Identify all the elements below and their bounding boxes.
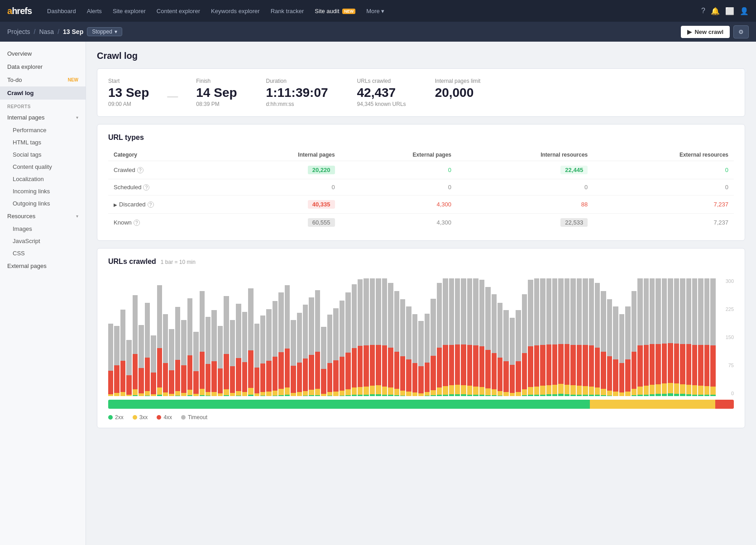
display-icon[interactable]: ⬜ [725,7,734,15]
nav-site-explorer[interactable]: Site explorer [108,6,150,16]
chart-bar-group[interactable] [595,278,600,396]
chart-bar-group[interactable] [291,278,296,396]
chart-bar-group[interactable] [400,278,405,396]
chart-bar-group[interactable] [352,278,357,396]
chart-bar-group[interactable] [376,278,381,396]
chart-bar-group[interactable] [193,278,198,396]
chart-bar-group[interactable] [601,278,606,396]
chart-bar-group[interactable] [710,278,715,396]
chart-bar-group[interactable] [139,278,144,396]
chart-bar-group[interactable] [619,278,624,396]
sidebar-item-html-tags[interactable]: HTML tags [0,136,86,148]
nav-dashboard[interactable]: Dashboard [43,6,81,16]
chart-bar-group[interactable] [297,278,302,396]
chart-bar-group[interactable] [510,278,515,396]
chart-bar-group[interactable] [370,278,375,396]
chart-bar-group[interactable] [668,278,673,396]
chart-bar-group[interactable] [169,278,174,396]
nav-rank-tracker[interactable]: Rank tracker [266,6,309,16]
chart-bar-group[interactable] [461,278,466,396]
help-icon[interactable]: ? [701,7,705,15]
chart-bar-group[interactable] [273,278,278,396]
sidebar-item-internal-pages[interactable]: Internal pages ▾ [0,111,86,124]
chart-bar-group[interactable] [492,278,497,396]
chart-bar-group[interactable] [431,278,435,396]
chart-bar-group[interactable] [242,278,247,396]
chart-bar-group[interactable] [650,278,655,396]
chart-bar-group[interactable] [546,278,551,396]
new-crawl-button[interactable]: ▶ New crawl [681,26,730,38]
table-row[interactable]: ▶Discarded?40,3354,300887,237 [108,195,734,213]
chart-bar-group[interactable] [534,278,539,396]
chart-bar-group[interactable] [248,278,253,396]
chart-bar-group[interactable] [503,278,508,396]
chart-bar-group[interactable] [625,278,630,396]
chart-bar-group[interactable] [151,278,156,396]
chart-bar-group[interactable] [303,278,308,396]
nav-more[interactable]: More ▾ [362,6,389,16]
logo[interactable]: ahrefs [7,6,32,16]
chart-bar-group[interactable] [120,278,125,396]
chart-bar-group[interactable] [607,278,612,396]
chart-bar-group[interactable] [315,278,320,396]
chart-bar-group[interactable] [583,278,588,396]
sidebar-item-javascript[interactable]: JavaScript [0,235,86,247]
chart-bar-group[interactable] [644,278,649,396]
sidebar-item-css[interactable]: CSS [0,247,86,259]
breadcrumb-projects[interactable]: Projects [7,28,30,35]
chart-bar-group[interactable] [114,278,119,396]
chart-bar-group[interactable] [187,278,192,396]
chart-bar-group[interactable] [254,278,259,396]
chart-bar-group[interactable] [358,278,363,396]
chart-bar-group[interactable] [200,278,205,396]
chart-bar-group[interactable] [528,278,533,396]
chart-bar-group[interactable] [382,278,387,396]
sidebar-item-incoming-links[interactable]: Incoming links [0,185,86,197]
chart-bar-group[interactable] [406,278,411,396]
user-icon[interactable]: 👤 [740,7,749,15]
chart-bar-group[interactable] [211,278,216,396]
chart-bar-group[interactable] [236,278,241,396]
chart-bar-group[interactable] [181,278,186,396]
sidebar-item-outgoing-links[interactable]: Outgoing links [0,197,86,210]
chart-bar-group[interactable] [455,278,460,396]
chart-bar-group[interactable] [418,278,423,396]
chart-bar-group[interactable] [230,278,235,396]
sidebar-item-localization[interactable]: Localization [0,173,86,185]
chart-bar-group[interactable] [157,278,162,396]
sidebar-item-data-explorer[interactable]: Data explorer [0,60,86,73]
chart-bar-group[interactable] [570,278,575,396]
chart-bar-group[interactable] [364,278,368,396]
sidebar-item-social-tags[interactable]: Social tags [0,148,86,161]
chart-bar-group[interactable] [558,278,563,396]
chart-bar-group[interactable] [108,278,113,396]
chart-bar-group[interactable] [163,278,168,396]
chart-bar-group[interactable] [656,278,660,396]
chart-bar-group[interactable] [686,278,691,396]
status-badge[interactable]: Stopped ▾ [87,27,122,36]
chart-bar-group[interactable] [437,278,442,396]
chart-bar-group[interactable] [224,278,229,396]
chart-bar-group[interactable] [278,278,283,396]
chart-bar-group[interactable] [145,278,150,396]
chart-bar-group[interactable] [674,278,679,396]
sidebar-item-resources[interactable]: Resources ▾ [0,210,86,223]
chart-bar-group[interactable] [266,278,271,396]
chart-bar-group[interactable] [522,278,527,396]
chart-bar-group[interactable] [516,278,521,396]
breadcrumb-project[interactable]: Nasa [39,28,54,35]
chart-bar-group[interactable] [473,278,478,396]
chart-bar-group[interactable] [340,278,345,396]
chart-bar-group[interactable] [443,278,448,396]
sidebar-item-external-pages[interactable]: External pages [0,259,86,272]
nav-site-audit[interactable]: Site audit NEW [310,6,360,16]
chart-bar-group[interactable] [589,278,594,396]
sidebar-item-todo[interactable]: To-do NEW [0,73,86,86]
chart-bar-group[interactable] [662,278,667,396]
chart-bar-group[interactable] [485,278,490,396]
chart-bar-group[interactable] [632,278,636,396]
chart-bar-group[interactable] [425,278,430,396]
sidebar-item-crawl-log[interactable]: Crawl log [0,86,86,100]
chart-bar-group[interactable] [552,278,557,396]
chart-bar-group[interactable] [126,278,131,396]
